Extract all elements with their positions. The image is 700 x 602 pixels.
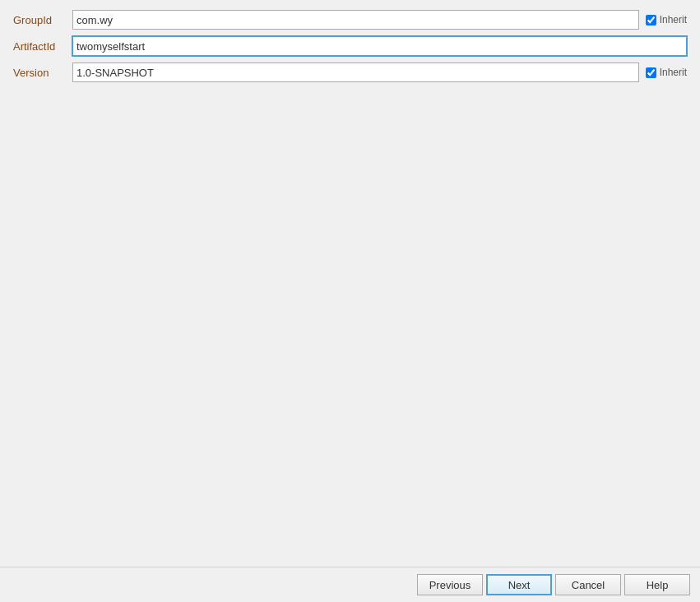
- dialog: GroupId Inherit ArtifactId Version Inher…: [0, 0, 700, 602]
- groupid-inherit-label: Inherit: [660, 14, 687, 25]
- version-row: Version Inherit: [13, 63, 687, 82]
- groupid-inherit-wrapper: Inherit: [646, 14, 687, 25]
- groupid-input[interactable]: [72, 10, 639, 30]
- version-inherit-label: Inherit: [660, 67, 687, 78]
- help-button[interactable]: Help: [624, 574, 690, 595]
- artifactid-label: ArtifactId: [13, 40, 72, 53]
- version-input[interactable]: [72, 63, 639, 82]
- button-bar: Previous Next Cancel Help: [0, 567, 700, 602]
- version-label: Version: [13, 67, 72, 79]
- artifactid-row: ArtifactId: [13, 36, 687, 56]
- cancel-button[interactable]: Cancel: [555, 574, 621, 595]
- previous-button[interactable]: Previous: [417, 574, 483, 595]
- version-inherit-checkbox[interactable]: [646, 67, 656, 78]
- artifactid-input[interactable]: [72, 36, 687, 56]
- next-button[interactable]: Next: [486, 574, 552, 595]
- version-inherit-wrapper: Inherit: [646, 67, 687, 78]
- groupid-label: GroupId: [13, 14, 72, 26]
- groupid-row: GroupId Inherit: [13, 10, 687, 30]
- groupid-inherit-checkbox[interactable]: [646, 15, 656, 25]
- form-area: GroupId Inherit ArtifactId Version Inher…: [0, 0, 700, 567]
